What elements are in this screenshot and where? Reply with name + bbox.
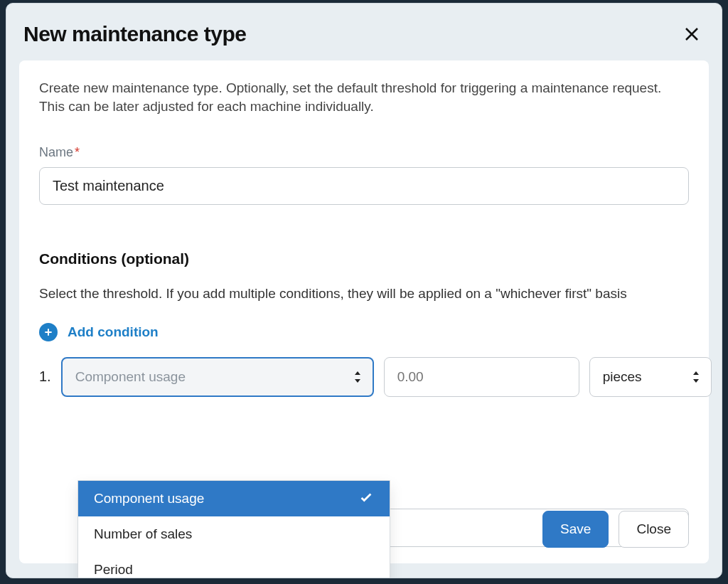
conditions-heading: Conditions (optional)	[39, 250, 689, 267]
conditions-description: Select the threshold. If you add multipl…	[39, 285, 679, 303]
dropdown-option-component-usage[interactable]: Component usage	[78, 481, 390, 516]
dropdown-option-label: Number of sales	[94, 526, 192, 542]
delete-condition-button[interactable]	[722, 357, 722, 397]
plus-circle-icon	[39, 323, 58, 341]
dropdown-option-period[interactable]: Period	[78, 552, 390, 578]
condition-type-select[interactable]: Component usage	[61, 357, 374, 397]
name-input[interactable]	[39, 167, 689, 205]
modal-body: Create new maintenance type. Optionally,…	[19, 60, 709, 563]
modal-footer: Save Close	[542, 511, 689, 548]
condition-type-dropdown: Component usage Number of sales Period	[77, 480, 390, 578]
dropdown-option-label: Period	[94, 562, 133, 578]
condition-unit-select[interactable]: pieces	[589, 357, 712, 397]
condition-type-placeholder: Component usage	[75, 369, 186, 385]
add-condition-button[interactable]: Add condition	[39, 323, 689, 341]
close-button[interactable]: Close	[619, 511, 689, 548]
new-maintenance-type-modal: New maintenance type Create new maintena…	[6, 3, 722, 578]
name-label: Name*	[39, 145, 689, 160]
check-icon	[358, 489, 374, 509]
modal-title: New maintenance type	[23, 22, 246, 46]
close-icon[interactable]	[682, 24, 702, 44]
add-condition-label: Add condition	[68, 324, 159, 340]
condition-index: 1.	[39, 368, 51, 385]
modal-header: New maintenance type	[6, 4, 722, 60]
condition-unit-value: pieces	[603, 369, 642, 385]
dropdown-option-number-of-sales[interactable]: Number of sales	[78, 516, 390, 552]
condition-value-input[interactable]	[384, 357, 579, 397]
save-button[interactable]: Save	[542, 511, 609, 548]
dropdown-option-label: Component usage	[94, 491, 204, 506]
modal-intro-text: Create new maintenance type. Optionally,…	[39, 79, 679, 115]
select-stepper-icon	[353, 369, 363, 385]
condition-row-1: 1. Component usage pieces	[39, 357, 689, 397]
required-asterisk: *	[75, 145, 80, 159]
select-stepper-icon	[691, 369, 701, 385]
name-label-text: Name	[39, 145, 73, 159]
